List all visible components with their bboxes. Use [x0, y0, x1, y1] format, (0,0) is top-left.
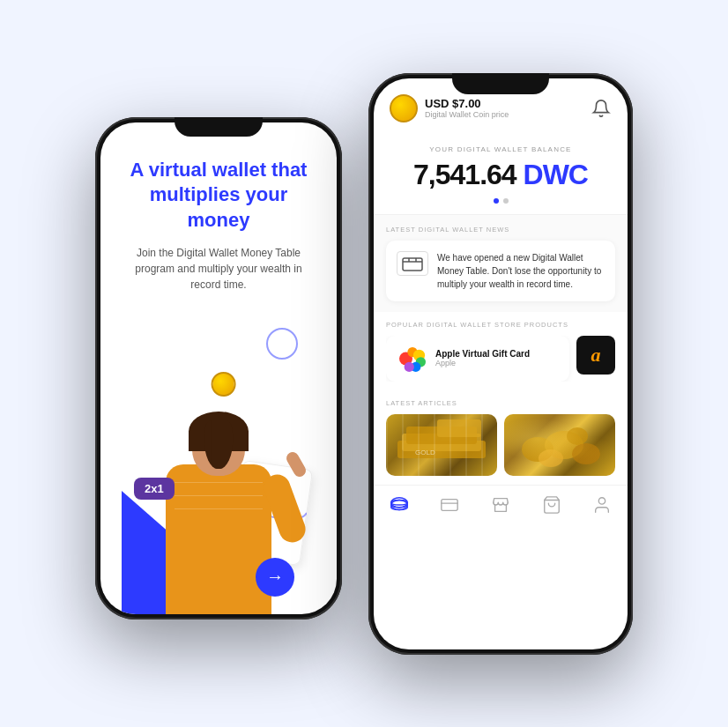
apple-product-name: Apple Virtual Gift Card [435, 349, 530, 359]
article-thumb-2[interactable] [504, 414, 615, 476]
products-section: POPULAR DIGITAL WALLET STORE PRODUCTS [374, 312, 628, 390]
balance-amount: 7,541.64 DWC [383, 159, 619, 191]
svg-rect-8 [402, 434, 481, 451]
svg-rect-21 [442, 499, 457, 510]
news-section: LATEST DIGITAL WALLET NEWS We have opene… [374, 215, 628, 312]
svg-point-12 [522, 437, 553, 462]
svg-point-13 [545, 431, 583, 459]
profile-icon [591, 494, 613, 516]
nav-card[interactable] [439, 494, 460, 516]
svg-rect-0 [403, 258, 422, 271]
right-screen: USD $7.00 Digital Wallet Coin price YOUR… [374, 78, 628, 649]
svg-text:GOLD: GOLD [415, 449, 435, 456]
headline-line1: A virtual wallet that [130, 159, 308, 181]
left-subtext: Join the Digital Wallet Money Table prog… [122, 245, 316, 293]
right-phone: USD $7.00 Digital Wallet Coin price YOUR… [368, 73, 633, 655]
store-icon [490, 494, 511, 516]
dot-inactive [503, 198, 509, 204]
svg-rect-7 [397, 441, 486, 458]
svg-point-14 [572, 443, 600, 464]
svg-point-15 [539, 449, 563, 467]
nav-wallet[interactable] [389, 494, 410, 516]
left-screen: A virtual wallet that multiplies your mo… [100, 122, 337, 614]
nav-bag[interactable] [541, 494, 562, 516]
badge-2x1: 2x1 [134, 478, 175, 500]
balance-dots [383, 198, 619, 204]
arrow-button[interactable]: → [256, 558, 294, 597]
gold-nuggets-image [504, 414, 615, 476]
articles-section: LATEST ARTICLES GOLD [374, 390, 628, 485]
nav-profile[interactable] [591, 494, 613, 516]
article-thumb-1[interactable]: GOLD [386, 414, 497, 476]
left-notch [175, 117, 263, 137]
amazon-product-card[interactable]: a [576, 336, 615, 375]
dot-active [494, 198, 499, 204]
gold-bars-image: GOLD [386, 414, 497, 476]
right-notch [452, 73, 549, 94]
news-card-text: We have opened a new Digital Wallet Mone… [437, 251, 605, 291]
product-row: Apple Virtual Gift Card Apple a [386, 336, 615, 382]
nav-store[interactable] [490, 494, 511, 516]
balance-currency: DWC [524, 159, 588, 190]
wallet-icon [389, 494, 410, 516]
coin-info: USD $7.00 Digital Wallet Coin price [390, 94, 509, 122]
coin-icon [390, 94, 418, 122]
products-section-label: POPULAR DIGITAL WALLET STORE PRODUCTS [386, 321, 615, 329]
articles-section-label: LATEST ARTICLES [386, 399, 615, 407]
svg-point-16 [567, 427, 588, 445]
apple-logo [398, 345, 427, 373]
left-image-area: 2x1 [122, 301, 316, 613]
amazon-logo: a [591, 344, 601, 367]
right-screen-content: USD $7.00 Digital Wallet Coin price YOUR… [374, 78, 628, 649]
bag-icon [541, 494, 562, 516]
scene: A virtual wallet that multiplies your mo… [95, 73, 633, 655]
svg-point-18 [391, 497, 407, 507]
card-icon [439, 494, 460, 516]
left-content: A virtual wallet that multiplies your mo… [100, 122, 337, 614]
left-headline: A virtual wallet that multiplies your mo… [122, 158, 316, 234]
badge-label: 2x1 [145, 482, 164, 495]
arrow-icon: → [266, 567, 284, 587]
coin-text: USD $7.00 Digital Wallet Coin price [425, 97, 509, 119]
apple-product-info: Apple Virtual Gift Card Apple [435, 349, 530, 367]
left-phone: A virtual wallet that multiplies your mo… [95, 117, 342, 619]
news-icon [397, 251, 428, 276]
balance-section: YOUR DIGITAL WALLET BALANCE 7,541.64 DWC [374, 131, 628, 215]
svg-point-6 [405, 361, 414, 371]
svg-rect-10 [437, 419, 481, 437]
news-card[interactable]: We have opened a new Digital Wallet Mone… [386, 241, 615, 301]
coin-label: Digital Wallet Coin price [425, 110, 509, 119]
svg-point-24 [599, 497, 605, 503]
apple-product-card[interactable]: Apple Virtual Gift Card Apple [386, 336, 569, 382]
bottom-nav [374, 485, 628, 533]
circle-decoration [266, 328, 298, 360]
article-images: GOLD [386, 414, 615, 476]
balance-label: YOUR DIGITAL WALLET BALANCE [383, 145, 619, 153]
bell-icon[interactable] [591, 98, 612, 119]
balance-number: 7,541.64 [413, 159, 516, 190]
svg-rect-9 [406, 427, 477, 444]
apple-product-sub: Apple [435, 359, 530, 367]
headline-line2: multiplies your money [150, 183, 287, 231]
coin-usd: USD $7.00 [425, 97, 509, 110]
news-section-label: LATEST DIGITAL WALLET NEWS [386, 226, 615, 234]
